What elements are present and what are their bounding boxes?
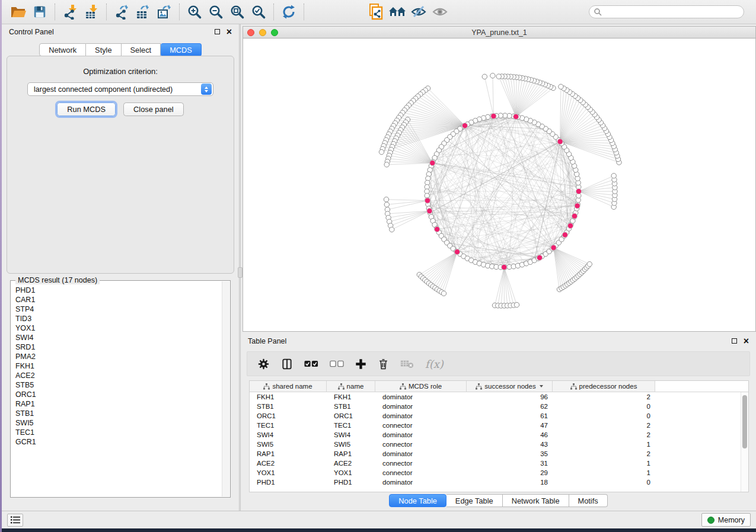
mcds-result-item[interactable]: PHD1 <box>11 286 222 295</box>
table-row[interactable]: TEC1TEC1connector472 <box>250 421 748 430</box>
mcds-result-item[interactable]: SWI5 <box>11 418 222 428</box>
column-header-shared_name[interactable]: shared name <box>250 381 327 392</box>
show-all-button[interactable] <box>429 2 451 21</box>
open-file-button[interactable] <box>8 2 29 21</box>
mcds-node[interactable] <box>575 203 580 209</box>
export-image-button[interactable] <box>154 2 175 21</box>
mcds-node[interactable] <box>562 232 567 238</box>
mcds-result-item[interactable]: SWI4 <box>11 333 222 342</box>
tab-network[interactable]: Network <box>39 43 86 56</box>
run-mcds-button[interactable]: Run MCDS <box>57 102 116 116</box>
tab-mcds[interactable]: MCDS <box>161 43 202 56</box>
tab-motifs[interactable]: Motifs <box>569 494 608 507</box>
mcds-result-item[interactable]: RAP1 <box>11 399 222 409</box>
clone-network-button[interactable] <box>365 2 387 21</box>
table-row[interactable]: ACE2ACE2connector311 <box>250 459 748 468</box>
mcds-node[interactable] <box>427 209 432 214</box>
search-input[interactable] <box>605 8 739 16</box>
hide-selected-button[interactable] <box>408 2 429 21</box>
table-row[interactable]: FKH1FKH1dominator962 <box>250 392 748 402</box>
float-panel-icon[interactable] <box>732 338 737 344</box>
float-panel-icon[interactable] <box>215 29 220 34</box>
mcds-node[interactable] <box>491 113 496 118</box>
mcds-result-item[interactable]: CAR1 <box>11 295 222 305</box>
table-row[interactable]: YOX1YOX1connector291 <box>250 468 748 477</box>
memory-button[interactable]: Memory <box>701 513 751 527</box>
delete-table-button[interactable] <box>400 359 414 368</box>
table-row[interactable]: SWI5SWI5connector431 <box>250 440 748 449</box>
mcds-node[interactable] <box>551 245 556 251</box>
mcds-node[interactable] <box>430 161 435 166</box>
table-mode-gear-button[interactable] <box>257 358 270 370</box>
mcds-node[interactable] <box>454 249 460 255</box>
mcds-result-item[interactable]: PMA2 <box>11 352 222 361</box>
optimization-criterion-select[interactable]: largest connected component (undirected) <box>27 82 213 96</box>
import-table-button[interactable] <box>81 2 102 21</box>
save-session-button[interactable] <box>29 2 50 21</box>
create-column-button[interactable] <box>355 358 366 370</box>
tab-edge-table[interactable]: Edge Table <box>446 494 503 507</box>
mcds-node[interactable] <box>502 264 507 270</box>
search-box[interactable] <box>589 5 744 18</box>
tab-node-table[interactable]: Node Table <box>389 494 446 507</box>
tab-select[interactable]: Select <box>122 43 161 56</box>
export-network-button[interactable] <box>111 2 132 21</box>
table-scrollbar[interactable] <box>741 392 748 492</box>
column-header-name[interactable]: name <box>327 381 375 392</box>
network-graph[interactable] <box>243 39 756 331</box>
mcds-node[interactable] <box>576 188 581 194</box>
tab-network-table[interactable]: Network Table <box>503 494 569 507</box>
control-panel: Control Panel × NetworkStyleSelectMCDS O… <box>2 24 239 511</box>
column-header-mcds_role[interactable]: MCDS role <box>375 381 467 392</box>
table-row[interactable]: ORC1ORC1dominator610 <box>250 411 748 421</box>
column-header-predecessor_nodes[interactable]: predecessor nodes <box>553 381 655 392</box>
show-task-history-button[interactable] <box>7 514 23 527</box>
column-header-successor_nodes[interactable]: successor nodes <box>467 381 553 392</box>
node-table: shared namenameMCDS rolesuccessor nodesp… <box>249 380 749 492</box>
mcds-result-item[interactable]: FKH1 <box>11 361 222 371</box>
scrollbar-thumb[interactable] <box>742 395 747 448</box>
table-row[interactable]: PHD1PHD1dominator180 <box>250 477 748 487</box>
show-columns-button[interactable] <box>281 358 293 370</box>
mcds-result-item[interactable]: GCR1 <box>11 437 222 447</box>
table-row[interactable]: SWI4SWI4dominator462 <box>250 430 748 440</box>
tab-style[interactable]: Style <box>86 43 121 56</box>
mcds-node[interactable] <box>435 226 440 232</box>
mcds-result-item[interactable]: STB1 <box>11 409 222 418</box>
mcds-result-item[interactable]: TID3 <box>11 314 222 323</box>
delete-columns-button[interactable] <box>378 358 389 370</box>
mcds-node[interactable] <box>513 114 519 119</box>
mcds-node[interactable] <box>572 213 577 219</box>
select-all-button[interactable] <box>304 360 318 368</box>
network-canvas[interactable] <box>243 39 755 331</box>
mcds-node[interactable] <box>462 123 467 129</box>
mcds-list-scrollbar[interactable] <box>222 281 229 496</box>
close-panel-button[interactable]: Close panel <box>123 102 184 116</box>
zoom-in-button[interactable] <box>184 2 205 21</box>
export-table-button[interactable] <box>132 2 154 21</box>
mcds-result-item[interactable]: SRD1 <box>11 342 222 352</box>
mcds-result-item[interactable]: STP4 <box>11 305 222 314</box>
deselect-all-button[interactable] <box>330 360 344 368</box>
close-panel-icon[interactable]: × <box>744 338 749 344</box>
mcds-result-item[interactable]: STB5 <box>11 380 222 390</box>
import-network-button[interactable] <box>59 2 81 21</box>
mcds-node[interactable] <box>557 139 563 144</box>
table-row[interactable]: RAP1RAP1dominator352 <box>250 449 748 459</box>
mcds-result-item[interactable]: TEC1 <box>11 428 222 437</box>
first-neighbors-button[interactable] <box>387 2 408 21</box>
zoom-fit-button[interactable] <box>227 2 248 21</box>
mcds-node[interactable] <box>425 198 430 203</box>
mcds-result-item[interactable]: ORC1 <box>11 390 222 399</box>
mcds-result-item[interactable]: ACE2 <box>11 371 222 380</box>
zoom-selected-button[interactable] <box>248 2 269 21</box>
close-panel-icon[interactable]: × <box>227 29 232 35</box>
function-builder-button[interactable]: f(x) <box>425 358 444 370</box>
mcds-result-item[interactable]: YOX1 <box>11 323 222 333</box>
mcds-node[interactable] <box>537 255 543 260</box>
zoom-out-button[interactable] <box>205 2 227 21</box>
mcds-node[interactable] <box>567 223 573 229</box>
mcds-result-list[interactable]: PHD1CAR1STP4TID3YOX1SWI4SRD1PMA2FKH1ACE2… <box>11 286 222 496</box>
apply-layout-button[interactable] <box>278 2 299 21</box>
table-row[interactable]: STB1STB1dominator620 <box>250 402 748 411</box>
